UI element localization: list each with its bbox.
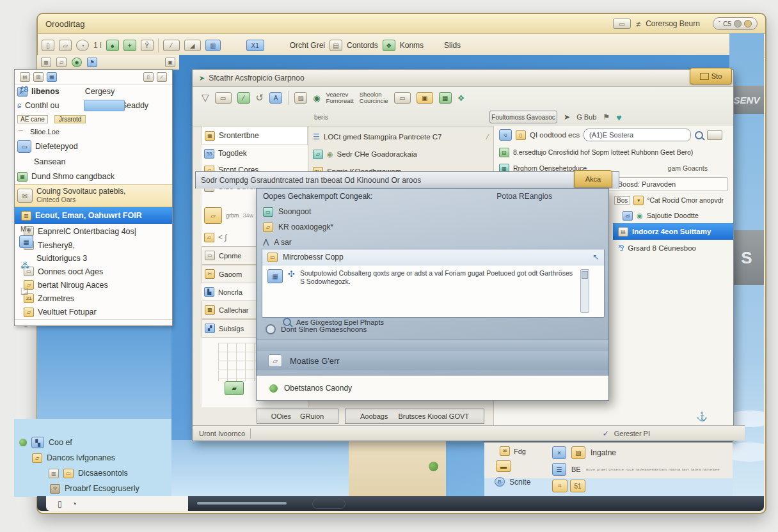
anchor-icon[interactable]: ⚓ — [697, 411, 708, 421]
row-item-6[interactable]: ▱ Veultuet Fotupar — [15, 305, 172, 319]
edit-small-icon[interactable]: ⁄ — [157, 72, 167, 82]
row-highlighted[interactable]: ✉ Couing Sovoitauc patebis, Cintecd Oars — [15, 184, 172, 207]
header-col1[interactable]: Iibenos — [31, 87, 60, 96]
row-dund[interactable]: ▦ Dund Shmo cangdback — [15, 169, 172, 184]
dropdown-button[interactable]: Foultomoss Gavoasoc — [489, 111, 557, 123]
menu-item-slids[interactable]: Slids — [444, 41, 461, 50]
gutter-chart-icon[interactable]: ▦ — [19, 235, 33, 248]
refresh-icon[interactable]: ↺ — [256, 92, 264, 104]
clock-icon[interactable]: ◔ — [76, 40, 89, 51]
row-control[interactable]: ɕ Conthl ou la Seaddy — [15, 98, 172, 113]
menu-item-contords[interactable]: Contords — [347, 41, 378, 50]
keyboard-icon[interactable]: ▭ — [613, 19, 631, 29]
minimize-icon[interactable]: ˇ — [718, 20, 720, 27]
gutter-speech-icon[interactable]: ❑ — [20, 286, 28, 296]
taskbar-doc-icon[interactable]: ▯ — [58, 499, 62, 508]
row-item-1[interactable]: ▤ Tieshery8, — [15, 239, 172, 252]
tree-item-2[interactable]: ▥ ▭ Dicsaesontols — [19, 465, 166, 481]
x1-panel-icon[interactable]: X1 — [246, 40, 264, 51]
br-scnite-row[interactable]: B Scnite — [495, 477, 530, 487]
close-icon[interactable] — [744, 20, 752, 27]
taskbar-pill[interactable] — [312, 499, 345, 509]
row-sansean[interactable]: Sansean — [15, 155, 172, 169]
w2-left-item-1[interactable]: 55 Togotlek — [202, 145, 308, 162]
row-item-3[interactable]: ▭ Oonnes ooct Ages — [15, 265, 172, 278]
row-item-4[interactable]: ▱ bertat Niroug Aaces — [15, 278, 172, 292]
menu-item-konms[interactable]: Konms — [400, 41, 424, 50]
radio-icon[interactable] — [266, 324, 276, 334]
gutter-fx-icon[interactable]: ƒ8 — [19, 84, 28, 94]
add-icon[interactable]: + — [123, 40, 136, 51]
br-ingatne-row[interactable]: × ▨ Ingatne — [552, 446, 616, 459]
footer-glyph-icon[interactable]: ⌁ — [24, 322, 28, 331]
modal-dont-row[interactable]: Dont Slnen Gmaeschoons — [257, 322, 608, 337]
row-selected[interactable]: ▥ Ecout, Eman, Oahuwrt FOIR — [15, 207, 172, 224]
ooies-button[interactable]: OOies — [271, 412, 291, 420]
viewer-label[interactable]: Veaerev Fomoreatt — [326, 91, 353, 105]
modal-item-3[interactable]: Λ A sar — [257, 235, 608, 250]
stamp-pad-icon[interactable]: ▰ — [225, 381, 244, 395]
chart-bars-icon[interactable]: ▥ — [294, 92, 307, 104]
side-box-icon[interactable] — [707, 130, 722, 140]
page-edit-icon[interactable]: ⁄ — [237, 92, 250, 104]
modal-item-2[interactable]: ▱ KR ooaxiogegk* — [257, 219, 608, 235]
row-diefetepyod[interactable]: ▭ Diefetepyod — [15, 138, 172, 155]
cursor-icon[interactable]: ➤ — [564, 113, 570, 121]
row-item-0[interactable]: ¶ EapnrelC Ontertbaciag 4os| — [15, 224, 172, 239]
modal-moatise-row[interactable]: ▱ Moatise G'err — [257, 351, 608, 370]
footer-pin-icon[interactable]: ⌁ — [159, 322, 163, 331]
br-su-row[interactable]: ⌗ 51 — [552, 480, 585, 492]
person-icon[interactable]: Ŷ — [141, 40, 154, 51]
trash-icon[interactable]: ▯ — [42, 40, 54, 51]
tree-item-1[interactable]: ▱ Dancos Ivfgonanes — [19, 450, 166, 465]
tree-item-0[interactable]: ▚ Coo ef — [19, 435, 166, 450]
lock-icon[interactable]: A — [269, 92, 282, 104]
row-item-2[interactable]: Suidtorigucs 3 — [15, 252, 172, 265]
modal-titlebar[interactable]: Sodr Compdg Gsraudntrcated tran tbeoat O… — [195, 171, 619, 189]
taskbar-slider[interactable] — [197, 502, 287, 505]
photo-icon[interactable]: ▦ — [41, 58, 51, 67]
funnel-icon[interactable]: ▽ — [202, 92, 209, 104]
gutter-swirl-icon[interactable]: ⁂ — [20, 261, 29, 271]
columns-icon[interactable]: ▥ — [205, 40, 221, 51]
eye-green-icon[interactable]: ◉ — [313, 93, 320, 103]
aoobags-button[interactable]: Aoobags — [360, 412, 388, 420]
tree-item-3[interactable]: ፨ Proabrf Ecsogruserly — [19, 481, 166, 496]
rp-selected-row[interactable]: ▤ Indoorz 4eon Suittamy — [613, 223, 733, 240]
row-item-5[interactable]: 31 Zormetres — [15, 292, 172, 305]
menu-item-orcht[interactable]: Orcht Grei — [290, 41, 325, 50]
flag-blue-icon[interactable]: ⚑ — [87, 58, 97, 67]
w2-left-item-0[interactable]: ▦ Srontertbne — [202, 126, 308, 145]
heart-icon[interactable]: ♥ — [616, 112, 622, 123]
chart-icon[interactable]: ◢ — [184, 40, 201, 51]
br-be-row[interactable]: ☰ BE aove praet ovaeme roce raveaseeaexa… — [552, 463, 725, 476]
button-group-2[interactable]: Aoobags Brutsces Kiooal GOVT — [345, 409, 484, 424]
table-icon[interactable]: ▤ — [20, 72, 30, 82]
note-pencil-icon[interactable]: ▱ — [56, 58, 67, 67]
br-bar-row[interactable]: ▬ — [496, 460, 511, 472]
akca-button[interactable]: Akca — [574, 170, 612, 187]
back-arrow-icon[interactable]: ↖ — [592, 253, 599, 262]
restore-icon[interactable] — [734, 20, 742, 27]
printer-icon[interactable]: ▭ — [394, 92, 411, 104]
button-group-1[interactable]: OOies GRuion — [257, 409, 338, 424]
globe-icon[interactable]: ◉ — [72, 58, 82, 67]
rp-line1-row[interactable]: ▤ 8.ersedtujo Cnrosfidid hof Sopm lottee… — [494, 144, 733, 160]
search-input[interactable] — [584, 129, 691, 141]
modal-obet-row[interactable]: Obetstanos Caondy — [257, 375, 608, 400]
gutter-wave-icon[interactable]: ~ — [18, 125, 23, 136]
briefcase-icon[interactable]: ▣ — [417, 92, 433, 104]
scroll-thumb[interactable] — [582, 271, 588, 279]
bub-label[interactable]: G Bub — [576, 113, 596, 121]
w2-mid-item-1[interactable]: ▱ ◉ Sedr CHe Goadorackaia — [310, 145, 491, 163]
br-fdg-row[interactable]: ✉ Fdg — [500, 446, 526, 456]
monitor-icon[interactable]: ▭ — [215, 92, 232, 104]
plant-icon[interactable]: ♠ — [106, 40, 119, 51]
kiooal-button[interactable]: Brutsces Kiooal GOVT — [398, 412, 469, 420]
document-icon[interactable]: ▱ — [59, 40, 72, 51]
paw-icon[interactable]: ❖ — [383, 40, 395, 51]
table-icon[interactable]: ▦ — [47, 72, 57, 82]
layout-icon[interactable]: ▤ — [329, 40, 342, 51]
search-icon[interactable] — [695, 131, 703, 139]
flag-icon[interactable]: ⚑ — [603, 113, 610, 121]
